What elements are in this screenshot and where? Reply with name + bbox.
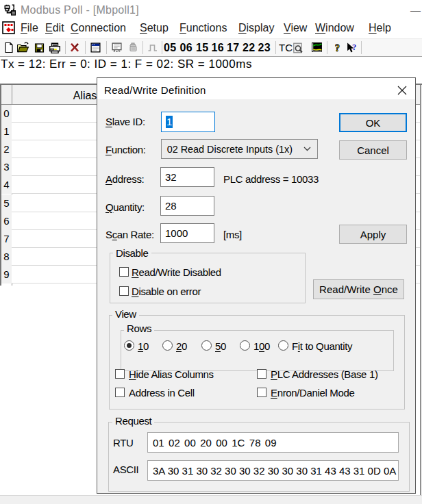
context-help-icon[interactable]: ? xyxy=(346,42,358,57)
open-file-icon[interactable] xyxy=(16,42,29,57)
menu-display[interactable]: Display xyxy=(238,22,274,34)
address-in-cell-checkbox[interactable] xyxy=(115,388,125,397)
menu-view[interactable]: View xyxy=(284,22,307,34)
svg-text:?: ? xyxy=(335,42,340,53)
function-05-button[interactable]: 05 xyxy=(164,42,176,54)
help-icon[interactable]: ? xyxy=(332,42,343,57)
button-label: OK xyxy=(366,117,381,129)
request-group-title: Request xyxy=(112,415,154,427)
minimize-button[interactable]: — xyxy=(410,4,420,16)
plc-addresses-base-1--checkbox[interactable] xyxy=(257,369,266,379)
new-file-icon[interactable] xyxy=(3,42,14,56)
real-time-chart-icon[interactable] xyxy=(311,42,323,56)
function-label: Function: xyxy=(106,144,146,155)
slave-id-input[interactable]: 1 xyxy=(161,112,215,132)
single-poll-icon[interactable] xyxy=(147,42,158,56)
rtu-request-field[interactable]: 01 02 00 20 00 1C 78 09 xyxy=(147,432,399,453)
setup-window-icon[interactable] xyxy=(90,42,101,56)
rows-radio-label[interactable]: 50 xyxy=(215,340,226,352)
toolbar-separator xyxy=(162,41,162,54)
button-label: Apply xyxy=(360,229,386,240)
toolbar-separator xyxy=(85,41,86,54)
scan-rate-input[interactable]: 1000 xyxy=(160,223,214,243)
ascii-request-field[interactable]: 3A 30 31 30 32 30 30 32 30 30 30 31 43 4… xyxy=(147,460,399,481)
function-15-button[interactable]: 15 xyxy=(196,42,208,54)
view-checkbox-label[interactable]: Hide Alias Columns xyxy=(129,368,214,380)
scan-rate-label: Scan Rate: xyxy=(106,229,154,240)
function-06-button[interactable]: 06 xyxy=(180,42,193,54)
dialog-title-bar[interactable]: Read/Write Definition xyxy=(97,78,415,99)
menu-window[interactable]: Window xyxy=(315,22,354,34)
ok-button[interactable]: OK xyxy=(339,113,407,132)
disconnect-icon[interactable] xyxy=(69,42,80,56)
row-number: 1 xyxy=(1,123,12,140)
row-number: 6 xyxy=(1,212,12,230)
rows-radio-label[interactable]: 10 xyxy=(138,340,149,352)
toolbar-separator xyxy=(142,41,143,54)
row-number: 4 xyxy=(1,176,12,194)
cancel-button[interactable]: Cancel xyxy=(339,140,407,160)
communication-traffic-icon[interactable] xyxy=(111,42,123,56)
menu-connection[interactable]: Connection xyxy=(71,22,126,34)
test-center-button[interactable]: TC xyxy=(279,42,293,53)
view-checkbox-label[interactable]: PLC Addresses (Base 1) xyxy=(271,368,378,380)
read-write-disabled-label[interactable]: Read/Write Disabled xyxy=(132,266,221,278)
toolbar-separator xyxy=(65,41,66,54)
rows-radio-10[interactable] xyxy=(124,340,134,351)
row-number: 8 xyxy=(1,248,12,266)
selected-text: 1 xyxy=(166,116,173,128)
hide-alias-columns-checkbox[interactable] xyxy=(115,369,125,379)
view-checkbox-label[interactable]: Address in Cell xyxy=(129,387,195,399)
rows-radio-100[interactable] xyxy=(240,340,250,351)
function-16-button[interactable]: 16 xyxy=(212,42,224,54)
read-write-disabled-checkbox[interactable] xyxy=(119,267,129,277)
dialog-title: Read/Write Definition xyxy=(104,84,206,96)
quantity-label: Quantity: xyxy=(106,201,145,213)
button-label: Read/Write Once xyxy=(319,284,398,295)
disable-group-title: Disable xyxy=(113,247,151,259)
toolbar-separator xyxy=(327,41,327,54)
function-17-button[interactable]: 17 xyxy=(227,42,239,54)
row-number: 5 xyxy=(1,194,12,212)
menu-functions[interactable]: Functions xyxy=(179,22,227,34)
rows-radio-label[interactable]: 100 xyxy=(253,340,270,352)
menu-bar: FileEditConnectionSetupFunctionsDisplayV… xyxy=(0,20,422,38)
disable-on-error-label[interactable]: Disable on error xyxy=(132,286,201,297)
read-write-definition-dialog: Read/Write Definition Slave ID: Function… xyxy=(97,77,416,494)
rows-radio-fit-to-quantity[interactable] xyxy=(278,340,288,351)
app-icon xyxy=(3,4,16,16)
function-23-button[interactable]: 23 xyxy=(258,42,271,54)
disable-on-error-checkbox[interactable] xyxy=(119,286,129,296)
title-bar: Modbus Poll - [Mbpoll1] — xyxy=(0,0,422,21)
document-icon[interactable] xyxy=(2,21,16,36)
address-label: Address: xyxy=(106,173,144,185)
menu-setup[interactable]: Setup xyxy=(140,22,169,34)
row-number: 3 xyxy=(1,158,12,176)
rows-radio-50[interactable] xyxy=(201,340,212,351)
menu-edit[interactable]: Edit xyxy=(45,22,64,34)
ascii-label: ASCII xyxy=(113,464,138,475)
function-22-button[interactable]: 22 xyxy=(243,42,255,54)
function-select[interactable]: 02 Read Discrete Inputs (1x) xyxy=(161,139,318,159)
read-write-once-button[interactable]: Read/Write Once xyxy=(313,279,404,299)
communication-log-icon[interactable] xyxy=(292,42,304,57)
window-title: Modbus Poll - [Mbpoll1] xyxy=(21,4,139,16)
print-icon[interactable] xyxy=(49,42,61,57)
row-number: 7 xyxy=(1,230,12,248)
menu-file[interactable]: File xyxy=(21,22,38,34)
save-icon[interactable] xyxy=(34,42,45,56)
grid-right-border xyxy=(420,85,421,495)
close-icon[interactable] xyxy=(392,81,412,97)
quantity-input[interactable]: 28 xyxy=(160,196,214,216)
resend-icon[interactable] xyxy=(127,42,138,56)
address-input[interactable]: 32 xyxy=(160,167,214,187)
enron-daniel-mode-checkbox[interactable] xyxy=(257,388,266,397)
rows-radio-label[interactable]: Fit to Quantity xyxy=(292,340,352,352)
menu-help[interactable]: Help xyxy=(369,22,391,34)
rows-radio-label[interactable]: 20 xyxy=(176,340,187,352)
rows-radio-20[interactable] xyxy=(162,340,173,351)
status-line: Tx = 12: Err = 0: ID = 1: F = 02: SR = 1… xyxy=(1,58,252,71)
apply-button[interactable]: Apply xyxy=(339,225,407,244)
svg-text:?: ? xyxy=(352,42,356,52)
view-checkbox-label[interactable]: Enron/Daniel Mode xyxy=(271,387,354,399)
